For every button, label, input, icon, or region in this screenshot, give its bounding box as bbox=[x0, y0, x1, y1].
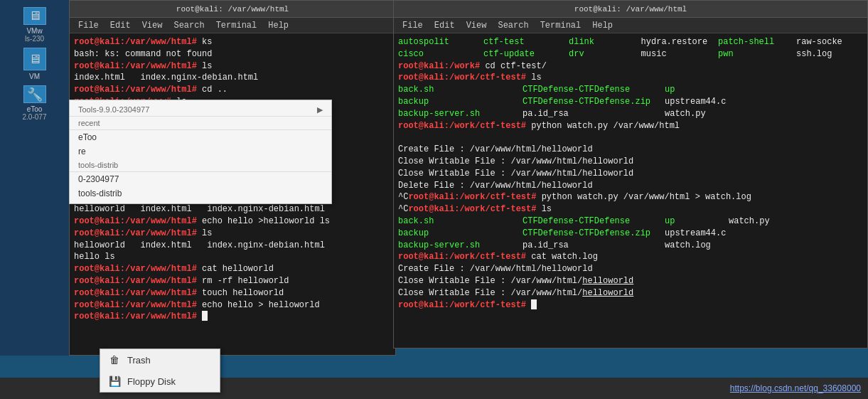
rline-7 bbox=[398, 132, 863, 144]
menu-terminal-left[interactable]: Terminal bbox=[210, 21, 263, 31]
menu-edit-left[interactable]: Edit bbox=[105, 21, 136, 31]
cursor-right bbox=[531, 299, 537, 309]
terminal-right-titlebar: root@kali: /var/www/html bbox=[394, 1, 867, 18]
terminal-left-title: root@kali: /var/www/html bbox=[75, 5, 390, 14]
context-menu-label-floppy: Floppy Disk bbox=[127, 376, 176, 387]
dropdown-item-2304977[interactable]: 0-2304977 bbox=[70, 172, 331, 186]
floppy-icon: 💾 bbox=[107, 374, 122, 388]
menu-help-left[interactable]: Help bbox=[262, 21, 294, 31]
menu-edit-right[interactable]: Edit bbox=[429, 21, 461, 31]
line-24: root@kali:/var/www/html# bbox=[74, 311, 391, 323]
terminal-right-menubar: File Edit View Search Terminal Help bbox=[394, 18, 867, 33]
dropdown-overlay: Tools-9.9.0-2304977 ▶ recent eToo re too… bbox=[69, 100, 332, 204]
etoo-icon: 🔧 bbox=[23, 85, 46, 103]
terminal-left-titlebar: root@kali: /var/www/html bbox=[70, 1, 395, 18]
sidebar-left: 🖥 VMw ls-230 🖥 VM 🔧 eToo 2.0-077 bbox=[0, 0, 69, 356]
terminal-right-body[interactable]: autospolit ctf-test dlink hydra.restore … bbox=[394, 33, 867, 348]
line-21: root@kali:/var/www/html# rm -rf hellowor… bbox=[74, 275, 391, 287]
terminal-right-title: root@kali: /var/www/html bbox=[400, 5, 862, 14]
dropdown-item-re[interactable]: re bbox=[70, 144, 331, 159]
line-16: root@kali:/var/www/html# echo hello >hel… bbox=[74, 216, 391, 228]
line-22: root@kali:/var/www/html# touch helloworl… bbox=[74, 287, 391, 299]
rline-8: Create File : /var/www/html/helloworld bbox=[398, 144, 863, 156]
line-1: root@kali:/var/www/html# ks bbox=[74, 36, 391, 48]
cursor-left bbox=[202, 311, 208, 321]
trash-icon: 🗑 bbox=[107, 353, 122, 367]
menu-view-left[interactable]: View bbox=[136, 21, 168, 31]
rline-1: root@kali:/work# cd ctf-test/ bbox=[398, 60, 863, 73]
vm-icon: 🖥 bbox=[23, 48, 46, 70]
context-menu-item-floppy[interactable]: 💾 Floppy Disk bbox=[100, 371, 220, 392]
line-5: root@kali:/var/www/html# cd .. bbox=[74, 84, 391, 96]
line-19: hello ls bbox=[74, 251, 391, 263]
sidebar-icon-vmw[interactable]: 🖥 VMw ls-230 bbox=[6, 7, 63, 43]
line-4: index.html index.nginx-debian.html bbox=[74, 72, 391, 84]
terminal-left-menubar: File Edit View Search Terminal Help bbox=[70, 18, 395, 33]
menu-help-right[interactable]: Help bbox=[586, 21, 618, 31]
rline-11: Delete File : /var/www/html/helloworld bbox=[398, 180, 863, 192]
desktop: 🖥 VMw ls-230 🖥 VM 🔧 eToo 2.0-077 root@ka… bbox=[0, 0, 868, 399]
dropdown-header-tools: Tools-9.9.0-2304977 ▶ bbox=[70, 103, 331, 117]
menu-terminal-right[interactable]: Terminal bbox=[535, 21, 587, 31]
dropdown-section2: tools-distrib bbox=[70, 159, 331, 172]
rline-19: Close Writable File : /var/www/html/hell… bbox=[398, 275, 863, 287]
rline-15: backup CTFDefense-CTFDefense.zip upstrea… bbox=[398, 228, 863, 240]
rline-10: Close Writable File : /var/www/html/hell… bbox=[398, 168, 863, 180]
sidebar-label-vm: VM bbox=[29, 73, 40, 80]
line-18: helloworld index.html index.nginx-debian… bbox=[74, 240, 391, 252]
rline-9: Close Writable File : /var/www/html/hell… bbox=[398, 156, 863, 168]
rline-3: back.sh CTFDefense-CTFDefense up bbox=[398, 84, 863, 96]
context-menu-label-trash: Trash bbox=[127, 355, 151, 366]
rline-top-files2: cisco ctf-update drv music pwn ssh.log bbox=[398, 48, 863, 60]
menu-search-right[interactable]: Search bbox=[492, 21, 534, 31]
line-15: helloworld index.html index.nginx-debian… bbox=[74, 203, 391, 216]
menu-search-left[interactable]: Search bbox=[168, 21, 210, 31]
rline-14: back.sh CTFDefense-CTFDefense up watch.p… bbox=[398, 216, 863, 228]
line-3: root@kali:/var/www/html# ls bbox=[74, 60, 391, 73]
rline-5: backup-server.sh pa.id_rsa watch.py bbox=[398, 108, 863, 120]
sidebar-label-vmw: VMw bbox=[26, 27, 42, 35]
rline-12: ^Croot@kali:/work/ctf-test# python watch… bbox=[398, 191, 863, 203]
sidebar-icon-vm[interactable]: 🖥 VM bbox=[6, 46, 63, 82]
rline-17: root@kali:/work/ctf-test# cat watch.log bbox=[398, 251, 863, 263]
sidebar-label-sub2: 2.0-077 bbox=[23, 113, 47, 121]
rline-4: backup CTFDefense-CTFDefense.zip upstrea… bbox=[398, 96, 863, 108]
rline-20: Close Writable File : /var/www/html/hell… bbox=[398, 287, 863, 299]
rline-2: root@kali:/work/ctf-test# ls bbox=[398, 72, 863, 84]
menu-file-left[interactable]: File bbox=[73, 21, 105, 31]
rline-16: backup-server.sh pa.id_rsa watch.log bbox=[398, 240, 863, 252]
sidebar-label-sub1: ls-230 bbox=[25, 35, 44, 43]
context-menu: 🗑 Trash 💾 Floppy Disk bbox=[100, 349, 220, 393]
sidebar-label-etoo: eToo bbox=[27, 105, 43, 113]
rline-top-files: autospolit ctf-test dlink hydra.restore … bbox=[398, 36, 863, 48]
line-17: root@kali:/var/www/html# ls bbox=[74, 228, 391, 240]
rline-13: ^Croot@kali:/work/ctf-test# ls bbox=[398, 203, 863, 216]
rline-18: Create File : /var/www/html/helloworld bbox=[398, 263, 863, 275]
terminal-right: root@kali: /var/www/html File Edit View … bbox=[393, 0, 868, 349]
rline-6: root@kali:/work/ctf-test# python watch.p… bbox=[398, 120, 863, 132]
sidebar-icon-etoo[interactable]: 🔧 eToo 2.0-077 bbox=[6, 85, 63, 121]
line-23: root@kali:/var/www/html# echo hello > he… bbox=[74, 299, 391, 312]
menu-file-right[interactable]: File bbox=[397, 21, 429, 31]
line-2: bash: ks: command not found bbox=[74, 48, 391, 60]
line-20: root@kali:/var/www/html# cat helloworld bbox=[74, 263, 391, 275]
statusbar-url[interactable]: https://blog.csdn.net/qq_33608000 bbox=[730, 383, 861, 393]
dropdown-item-tools-distrib[interactable]: tools-distrib bbox=[70, 186, 331, 201]
rline-21: root@kali:/work/ctf-test# bbox=[398, 299, 863, 312]
vmw-icon: 🖥 bbox=[23, 7, 46, 25]
dropdown-header-recent: recent bbox=[70, 117, 331, 130]
context-menu-item-trash[interactable]: 🗑 Trash bbox=[100, 349, 220, 371]
menu-view-right[interactable]: View bbox=[461, 21, 493, 31]
dropdown-item-etoo[interactable]: eToo bbox=[70, 130, 331, 144]
